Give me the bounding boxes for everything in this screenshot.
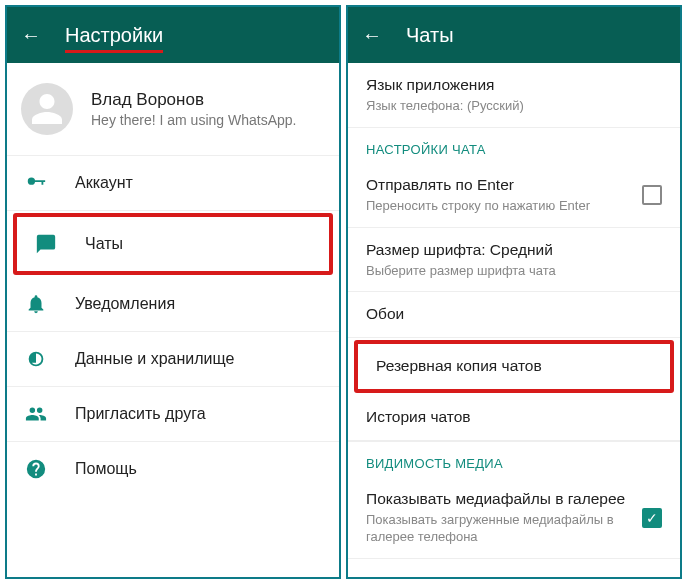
- setting-media-visibility[interactable]: Показывать медиафайлы в галерее Показыва…: [348, 477, 680, 559]
- setting-chat-backup[interactable]: Резервная копия чатов: [358, 344, 670, 389]
- data-icon: [21, 348, 51, 370]
- section-chat-settings: НАСТРОЙКИ ЧАТА: [348, 128, 680, 163]
- setting-font-size[interactable]: Размер шрифта: Средний Выберите размер ш…: [348, 228, 680, 293]
- item-label: Данные и хранилище: [75, 350, 234, 368]
- setting-title: Обои: [366, 304, 662, 325]
- setting-subtitle: Показывать загруженные медиафайлы в гале…: [366, 512, 662, 546]
- chat-icon: [31, 233, 61, 255]
- chats-settings-content: Язык приложения Язык телефона: (Русский)…: [348, 63, 680, 577]
- settings-item-invite[interactable]: Пригласить друга: [7, 387, 339, 442]
- profile-text: Влад Воронов Hey there! I am using Whats…: [91, 90, 296, 128]
- setting-subtitle: Язык телефона: (Русский): [366, 98, 662, 115]
- setting-subtitle: Переносить строку по нажатию Enter: [366, 198, 662, 215]
- highlight-chats: Чаты: [13, 213, 333, 275]
- checkbox-unchecked[interactable]: [642, 185, 662, 205]
- profile-status: Hey there! I am using WhatsApp.: [91, 112, 296, 128]
- item-label: Чаты: [85, 235, 123, 253]
- people-icon: [21, 403, 51, 425]
- settings-item-chats[interactable]: Чаты: [17, 217, 329, 271]
- settings-item-help[interactable]: Помощь: [7, 442, 339, 496]
- highlight-backup: Резервная копия чатов: [354, 340, 674, 393]
- setting-title: Отправлять по Enter: [366, 175, 662, 196]
- setting-title: Показывать медиафайлы в галерее: [366, 489, 662, 510]
- setting-title: Размер шрифта: Средний: [366, 240, 662, 261]
- checkbox-checked[interactable]: ✓: [642, 508, 662, 528]
- header-title: Чаты: [406, 24, 454, 47]
- chats-settings-screen: ← Чаты Язык приложения Язык телефона: (Р…: [346, 5, 682, 579]
- setting-title: Язык приложения: [366, 75, 662, 96]
- setting-wallpaper[interactable]: Обои: [348, 292, 680, 338]
- item-label: Помощь: [75, 460, 137, 478]
- key-icon: [21, 172, 51, 194]
- bell-icon: [21, 293, 51, 315]
- avatar: [21, 83, 73, 135]
- header-title: Настройки: [65, 24, 163, 47]
- settings-item-account[interactable]: Аккаунт: [7, 156, 339, 211]
- section-media-visibility: ВИДИМОСТЬ МЕДИА: [348, 441, 680, 477]
- help-icon: [21, 458, 51, 480]
- settings-content: Влад Воронов Hey there! I am using Whats…: [7, 63, 339, 577]
- item-label: Уведомления: [75, 295, 175, 313]
- profile-row[interactable]: Влад Воронов Hey there! I am using Whats…: [7, 63, 339, 156]
- header-bar: ← Настройки: [7, 7, 339, 63]
- setting-title: Резервная копия чатов: [376, 356, 652, 377]
- setting-enter-send[interactable]: Отправлять по Enter Переносить строку по…: [348, 163, 680, 228]
- settings-item-data[interactable]: Данные и хранилище: [7, 332, 339, 387]
- item-label: Пригласить друга: [75, 405, 206, 423]
- back-icon[interactable]: ←: [21, 24, 41, 47]
- setting-chat-history[interactable]: История чатов: [348, 395, 680, 441]
- setting-title: История чатов: [366, 407, 662, 428]
- item-label: Аккаунт: [75, 174, 133, 192]
- header-bar: ← Чаты: [348, 7, 680, 63]
- setting-app-language[interactable]: Язык приложения Язык телефона: (Русский): [348, 63, 680, 128]
- settings-screen: ← Настройки Влад Воронов Hey there! I am…: [5, 5, 341, 579]
- settings-item-notifications[interactable]: Уведомления: [7, 277, 339, 332]
- back-icon[interactable]: ←: [362, 24, 382, 47]
- profile-name: Влад Воронов: [91, 90, 296, 110]
- setting-subtitle: Выберите размер шрифта чата: [366, 263, 662, 280]
